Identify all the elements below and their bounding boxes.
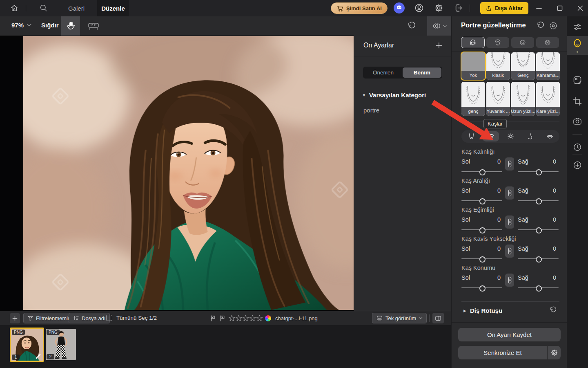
filmstrip-thumb-1[interactable]: PNG 1 <box>10 328 44 362</box>
flag-reject-button[interactable] <box>219 315 225 321</box>
undo-button[interactable] <box>406 21 416 31</box>
preset-yuvarlak[interactable]: Yuvarlak ... <box>486 82 510 116</box>
sync-settings-button[interactable] <box>548 346 561 359</box>
history-tool-button[interactable] <box>567 141 588 154</box>
feature-tab-lips[interactable] <box>541 131 558 141</box>
link-toggle-button[interactable] <box>505 215 514 229</box>
category-tab-child[interactable] <box>511 37 534 48</box>
category-tab-woman[interactable] <box>461 37 484 48</box>
category-tab-man[interactable] <box>486 37 509 48</box>
category-header[interactable]: ▼ Varsayılan Kategori <box>362 92 426 99</box>
star-icon[interactable] <box>228 315 235 322</box>
flag-pick-button[interactable] <box>210 315 216 321</box>
preset-klasik[interactable]: klasik <box>486 52 510 80</box>
slider-handle[interactable] <box>479 256 486 263</box>
select-all-checkbox[interactable] <box>106 315 112 321</box>
right-slider[interactable] <box>518 229 559 230</box>
save-preset-button[interactable]: Ön Ayarı Kaydet <box>458 328 561 341</box>
split-view-button[interactable] <box>432 313 444 323</box>
star-icon[interactable] <box>249 315 256 322</box>
exit-button[interactable] <box>454 3 463 13</box>
tab-edit[interactable]: Düzenle <box>97 0 129 16</box>
star-rating[interactable] <box>228 315 263 322</box>
ruler-tool-button[interactable] <box>87 21 100 31</box>
account-button[interactable] <box>414 3 424 13</box>
preset-uzun-yuz[interactable]: Uzun yüzl... <box>511 82 535 116</box>
photo-edit-icon <box>572 75 582 85</box>
filter-button[interactable]: Filtrelenmemiş <box>23 313 75 323</box>
zoom-level-dropdown[interactable]: 97% <box>11 22 31 29</box>
maximize-button[interactable] <box>556 4 564 12</box>
color-label-icon[interactable] <box>265 315 271 321</box>
add-tool-button[interactable] <box>567 159 588 172</box>
preset-kare-yuz[interactable]: Kare yüzl... <box>536 82 560 116</box>
hand-tool-button[interactable] <box>61 16 80 36</box>
left-slider[interactable] <box>461 258 502 259</box>
link-toggle-button[interactable] <box>505 186 514 200</box>
slider-handle[interactable] <box>479 285 486 292</box>
preset-genc2[interactable]: genç <box>461 82 485 116</box>
link-toggle-button[interactable] <box>505 274 514 287</box>
reset-panel-button[interactable] <box>536 21 545 30</box>
link-toggle-button[interactable] <box>505 157 514 171</box>
add-preset-button[interactable] <box>435 41 443 49</box>
left-slider[interactable] <box>461 200 502 201</box>
chin-shape-icon <box>486 82 510 107</box>
tab-mine[interactable]: Benim <box>403 67 441 78</box>
slider-handle[interactable] <box>479 198 486 204</box>
export-button[interactable]: Dışa Aktar <box>480 2 528 14</box>
right-slider[interactable] <box>518 171 559 172</box>
feature-tab-eyes[interactable] <box>502 131 519 141</box>
right-slider[interactable] <box>518 258 559 259</box>
portrait-tool-button[interactable] <box>567 36 588 55</box>
filmstrip-thumb-2[interactable]: PNG 2 <box>46 329 76 360</box>
face-detect-button[interactable] <box>549 21 558 30</box>
preset-kahraman[interactable]: Kahrama... <box>536 52 560 80</box>
feature-tab-face-shape[interactable] <box>463 131 479 141</box>
teeth-reset-button[interactable] <box>549 306 557 314</box>
sync-button[interactable]: Senkronize Et <box>458 346 547 359</box>
teeth-section-header[interactable]: ▶ Diş Rötuşu <box>463 307 502 314</box>
slider-handle[interactable] <box>536 169 542 175</box>
sort-button[interactable]: Dosya adı <box>69 313 110 323</box>
buy-now-button[interactable]: Şimdi Satın Al <box>331 2 388 14</box>
settings-button[interactable] <box>434 3 443 13</box>
adjust-tool-button[interactable] <box>567 20 588 34</box>
slider-handle[interactable] <box>536 227 542 233</box>
edit-canvas[interactable] <box>0 36 354 311</box>
fit-button[interactable]: Sığdır <box>41 22 59 29</box>
right-slider[interactable] <box>518 287 559 288</box>
feature-tab-nose[interactable] <box>522 131 538 141</box>
search-button[interactable] <box>39 4 48 13</box>
star-icon[interactable] <box>235 315 242 322</box>
photo-edit-tool-button[interactable] <box>567 74 588 87</box>
add-image-button[interactable] <box>10 313 20 323</box>
left-slider[interactable] <box>461 171 502 172</box>
feature-tab-eyebrows[interactable] <box>483 131 499 141</box>
right-slider[interactable] <box>518 200 559 201</box>
link-toggle-button[interactable] <box>505 245 514 258</box>
discord-button[interactable] <box>394 2 405 13</box>
left-slider[interactable] <box>461 287 502 288</box>
tab-suggested[interactable]: Önerilen <box>364 67 403 78</box>
view-mode-dropdown[interactable]: Tek görünüm <box>372 313 427 323</box>
crop-tool-button[interactable] <box>567 95 588 108</box>
category-tab-elder[interactable] <box>536 37 559 48</box>
slider-handle[interactable] <box>536 285 542 292</box>
tab-gallery[interactable]: Galeri <box>61 0 91 16</box>
star-icon[interactable] <box>256 315 263 322</box>
close-button[interactable] <box>576 4 584 12</box>
slider-handle[interactable] <box>536 198 542 204</box>
star-icon[interactable] <box>242 315 249 322</box>
left-slider[interactable] <box>461 229 502 230</box>
home-button[interactable] <box>10 4 19 13</box>
slider-handle[interactable] <box>479 169 486 175</box>
category-item-portre[interactable]: portre <box>363 107 379 114</box>
preset-yok[interactable]: Yok <box>461 52 485 80</box>
minimize-button[interactable] <box>535 4 543 12</box>
camera-tool-button[interactable] <box>567 114 588 128</box>
slider-handle[interactable] <box>479 227 486 233</box>
compare-view-button[interactable] <box>427 16 451 36</box>
slider-handle[interactable] <box>536 256 542 263</box>
preset-genc[interactable]: Genç <box>511 52 535 80</box>
